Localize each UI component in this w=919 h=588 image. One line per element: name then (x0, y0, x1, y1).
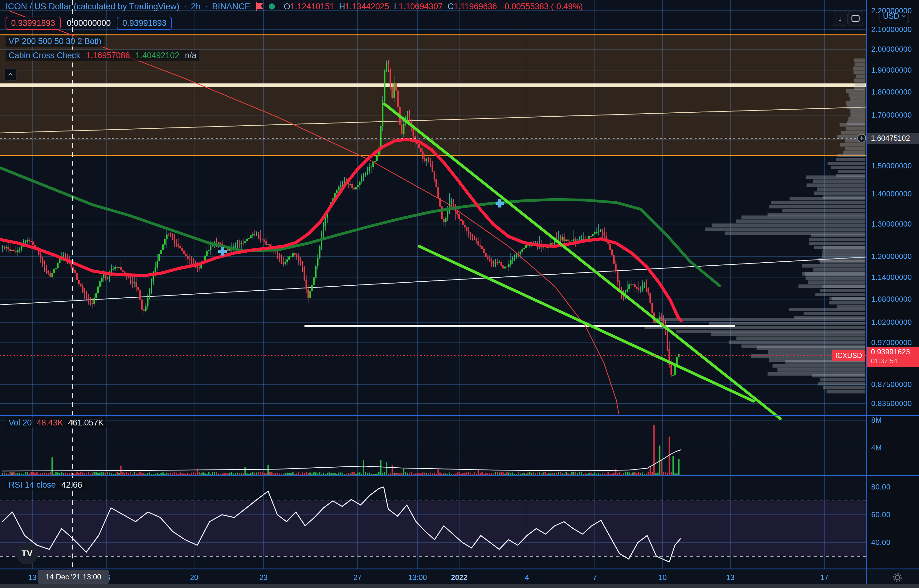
price-axis-label: 1.80000000 (871, 88, 912, 96)
open-value: 1.12410151 (290, 2, 334, 11)
time-axis-tick: 23 (259, 573, 268, 582)
crosshair-price-label: 1.60475102 (867, 133, 919, 144)
price-axis-label: 1.08000000 (871, 295, 912, 304)
spread-value: 0.00000000 (67, 18, 111, 28)
time-axis-tick: 17 (820, 573, 829, 582)
volume-value: 461.057K (68, 418, 104, 428)
change-value: -0.00555383 (-0.49%) (502, 2, 583, 11)
title-separator: · (184, 2, 186, 11)
last-price-badge: 0.93991623 01:37:54 (867, 347, 919, 367)
tradingview-chart-window: ICON / US Dollar (calculated by TradingV… (0, 0, 919, 588)
time-axis-tick: 20 (190, 573, 198, 582)
rsi-value: 42.66 (61, 480, 82, 490)
time-axis[interactable]: 131620232713:00202247101317 (0, 570, 919, 584)
symbol-header[interactable]: ICON / US Dollar (calculated by TradingV… (6, 2, 583, 11)
volume-indicator-legend[interactable]: Vol 20 48.43K 461.057K (6, 417, 107, 428)
volume-axis-label: 8M (871, 416, 882, 425)
market-status-dot-icon (268, 3, 275, 10)
price-axis-label: 1.14000000 (871, 273, 912, 282)
high-value: 1.13442025 (345, 2, 389, 11)
price-axis-label: 2.10000000 (871, 25, 912, 34)
price-axis-label: 1.90000000 (871, 66, 912, 74)
price-axis-label: 0.83500000 (871, 399, 912, 408)
indicator-row-volume-profile[interactable]: VP 200 500 50 30 2 Both (6, 36, 104, 47)
volume-ma-value: 48.43K (37, 418, 63, 428)
volume-bars (2, 425, 681, 475)
price-axis-label: 0.97000000 (871, 338, 912, 347)
time-axis-tick: 7 (593, 573, 596, 582)
close-value: 1.11969636 (454, 2, 497, 11)
time-axis-tick: 27 (353, 573, 362, 582)
cabin-value-2: 1.40492102 (135, 51, 179, 60)
price-axis-label: 2.20000000 (871, 6, 912, 15)
chevron-up-icon (7, 71, 14, 78)
exchange-label[interactable]: BINANCE (212, 2, 250, 11)
time-axis-tick: 4 (525, 573, 529, 582)
indicator-row-cabin-cross-check[interactable]: Cabin Cross Check 1.16957086 1.40492102 … (6, 50, 199, 61)
rsi-axis-label: 80.00 (871, 483, 891, 491)
rsi-axis-label: 60.00 (871, 510, 891, 519)
last-price-value: 0.93991623 (871, 347, 919, 357)
volume-axis-label: 4M (871, 444, 882, 452)
chart-canvas[interactable] (0, 0, 919, 588)
interval-label[interactable]: 2h (191, 2, 201, 11)
collapse-legend-button[interactable] (4, 68, 17, 81)
rsi-indicator-legend[interactable]: RSI 14 close 42.66 (6, 480, 85, 490)
price-axis-label: 1.40000000 (871, 190, 912, 198)
rsi-axis-label: 40.00 (871, 538, 891, 547)
price-axis-label: 0.87500000 (871, 380, 912, 389)
time-axis-tick: 2022 (451, 573, 467, 582)
flag-icon[interactable] (255, 2, 264, 11)
time-axis-tick: 13 (28, 573, 37, 582)
arrow-down-icon: ↓ (838, 14, 842, 23)
price-axis-label: 1.30000000 (871, 220, 912, 228)
maximize-pane-button[interactable] (848, 11, 863, 26)
symbol-title[interactable]: ICON / US Dollar (calculated by TradingV… (6, 2, 179, 11)
price-axis-label: 2.00000000 (871, 45, 912, 53)
crosshair-time-label: 14 Dec '21 13:00 (37, 570, 109, 584)
time-axis-tick: 10 (659, 573, 667, 582)
maximize-icon (851, 15, 860, 22)
ma-fast-red (0, 139, 681, 321)
cabin-label[interactable]: Cabin Cross Check (9, 51, 80, 60)
time-axis-tick: 13 (726, 573, 735, 582)
tradingview-logo[interactable]: TV (16, 543, 38, 565)
cabin-value-1: 1.16957086 (86, 51, 130, 60)
ask-badge[interactable]: 0.93991893 (117, 17, 172, 30)
title-separator-2: · (205, 2, 208, 11)
price-axis-label: 1.70000000 (871, 111, 912, 120)
time-axis-settings-gear-icon[interactable] (892, 572, 903, 583)
symbol-price-line-badge: ICXUSD (832, 350, 866, 361)
bid-badge[interactable]: 0.93991893 (6, 17, 61, 30)
price-axis-label: 1.02000000 (871, 318, 912, 326)
crosshair-axis-plus-icon[interactable] (858, 134, 866, 142)
bid-ask-row: 0.93991893 0.00000000 0.93991893 (6, 17, 172, 30)
scroll-to-latest-button[interactable]: ↓ (833, 11, 848, 26)
price-axis[interactable]: 2.200000002.100000002.000000001.90000000… (866, 0, 919, 569)
time-axis-tick: 13:00 (408, 573, 427, 582)
price-axis-label: 1.50000000 (871, 162, 912, 170)
ohlc-readout: O1.12410151 H1.13442025 L1.10694307 C1.1… (284, 2, 583, 11)
cabin-value-3: n/a (185, 51, 197, 60)
bar-countdown: 01:37:54 (871, 357, 919, 366)
price-axis-label: 1.20000000 (871, 252, 912, 261)
low-value: 1.10694307 (399, 2, 443, 11)
rsi-pane (0, 487, 866, 562)
